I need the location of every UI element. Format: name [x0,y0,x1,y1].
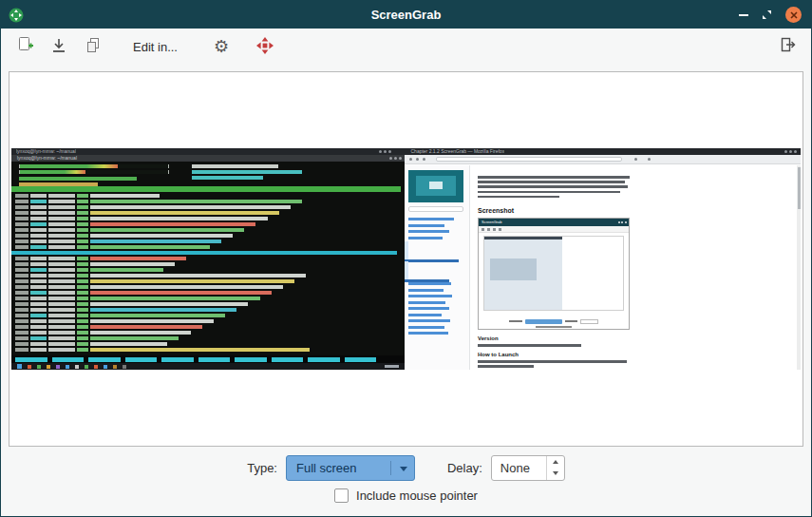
toc-link [408,224,444,227]
decor [48,342,75,346]
spin-buttons [546,456,564,480]
decor [48,308,75,312]
decor [478,176,630,179]
preview-area: lynxoq@lyn-mmw: ~/manual Chapter 2.1.2 S… [9,71,803,447]
about-button[interactable] [251,32,279,61]
quit-button[interactable] [773,32,802,61]
toc-link [408,332,448,335]
toc-link [408,326,444,329]
decor [30,245,46,249]
decor [77,211,88,215]
process-row [11,274,401,278]
decor [90,262,175,266]
decor [15,200,28,203]
include-pointer-checkbox[interactable] [334,488,349,503]
exit-icon [779,36,797,57]
decor [85,365,88,369]
process-row [11,257,401,260]
decor [15,222,28,226]
new-screenshot-button[interactable] [10,32,39,61]
decor [48,234,75,238]
restore-button[interactable] [762,10,772,20]
decor [90,222,255,226]
process-row [11,314,401,317]
process-row [11,348,401,352]
decor [15,357,47,362]
toc-link [408,237,443,239]
process-row [11,336,401,340]
decor [52,357,85,362]
decor [30,342,46,346]
decor [90,285,283,289]
capture-controls: Type: Full screen Delay: None [1,447,811,488]
process-row [11,342,401,346]
terminal-body [11,162,405,355]
browser-reload-icon [423,158,425,161]
browser-menu-icon [634,158,637,161]
decor [30,319,46,323]
decor [15,217,28,220]
include-pointer-row: Include mouse pointer [1,488,811,515]
process-row [11,268,401,272]
decor [90,239,221,243]
browser-window-buttons [784,150,797,153]
decor [48,291,75,295]
spin-down-button[interactable] [547,468,564,480]
decor [19,182,98,186]
decor [15,205,28,209]
decor [66,365,69,369]
chevron-down-icon [400,467,407,471]
close-button[interactable] [785,7,802,23]
decor [30,314,46,317]
embedded-preview [479,233,629,314]
spin-up-button[interactable] [547,456,564,469]
process-row [11,251,397,255]
type-select[interactable]: Full screen [286,455,415,481]
decor [30,279,46,283]
decor [90,274,306,278]
screenshot-preview: lynxoq@lyn-mmw: ~/manual Chapter 2.1.2 S… [11,148,801,370]
decor [77,205,88,209]
copy-button[interactable] [79,32,107,61]
decor [235,357,267,362]
process-row [11,239,401,243]
include-pointer-label[interactable]: Include mouse pointer [356,488,478,504]
captured-terminal-title: lynxoq@lyn-mmw: ~/manual [16,149,76,154]
decor [90,342,167,346]
browser-forward-icon [416,158,419,161]
decor [15,239,28,243]
decor [90,319,214,323]
delay-spinbox[interactable]: None [491,455,565,481]
process-row [11,319,401,323]
terminal-tab-title: lynxoq@lyn-mmw: ~/manual [17,156,77,161]
decor [19,177,137,181]
decor [30,217,46,220]
settings-button[interactable]: ⚙ [207,32,236,61]
decor [90,279,294,283]
delay-label: Delay: [447,461,482,475]
decor [77,239,88,243]
decor [30,211,46,215]
process-row [11,245,401,249]
decor [48,268,75,272]
process-row [11,331,401,335]
decor [15,245,28,249]
decor [30,257,46,260]
decor [48,211,75,215]
sidebar-screenshot-thumbnail [408,170,463,202]
decor [77,200,88,203]
decor [478,196,559,199]
decor [272,357,304,362]
decor [90,331,190,335]
process-row [11,200,401,203]
decor [48,348,75,352]
save-button[interactable] [45,32,73,61]
decor [48,279,75,283]
decor [30,308,46,312]
process-row [11,291,401,295]
process-row [11,262,401,266]
decor [90,257,186,260]
minimize-button[interactable] [739,14,748,16]
decor [48,228,75,232]
edit-in-button[interactable]: Edit in... [124,32,186,61]
